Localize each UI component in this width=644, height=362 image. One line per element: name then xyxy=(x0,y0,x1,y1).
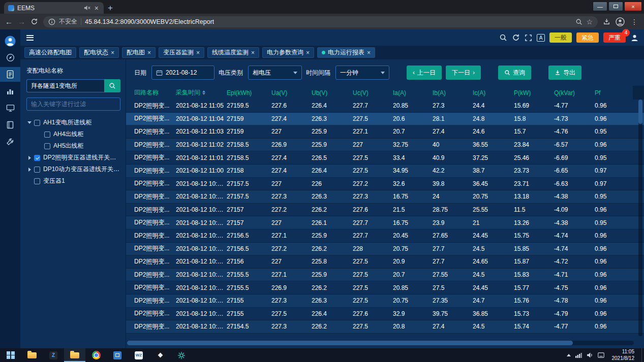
tree-item[interactable]: AH5出线柜 xyxy=(26,140,120,152)
vertical-scrollbar-thumb[interactable] xyxy=(638,100,642,124)
tree-item[interactable]: 变压器1 xyxy=(26,175,120,187)
tree-checkbox[interactable] xyxy=(34,178,40,184)
file-explorer-icon[interactable] xyxy=(21,348,43,362)
volume-icon[interactable] xyxy=(587,352,593,358)
tree-item-label[interactable]: AH5出线柜 xyxy=(53,142,83,150)
interval-select[interactable]: 一分钟 xyxy=(335,65,389,80)
language-icon[interactable]: A xyxy=(537,34,545,42)
tree-checkbox[interactable] xyxy=(44,131,50,138)
table-row[interactable]: DP2照明变...2021-08-12 10:5827157.5227.3226… xyxy=(126,190,644,204)
tree-item[interactable]: DP2照明变压器进线开关及控制室 xyxy=(26,152,120,163)
workspace-tab[interactable]: 电力参数查询× xyxy=(262,47,314,58)
vertical-scrollbar[interactable] xyxy=(638,100,642,336)
workspace-tab[interactable]: 高速公路配电图 xyxy=(24,47,76,58)
show-desktop-button[interactable] xyxy=(641,348,644,362)
alert-critical-button[interactable]: 严重 4 xyxy=(603,32,626,43)
table-row[interactable]: DP2照明变...2021-08-12 10:5327156227225.822… xyxy=(126,255,644,269)
tree-filter-input[interactable] xyxy=(26,97,120,111)
open-folder-icon[interactable] xyxy=(64,348,85,362)
table-row[interactable]: DP2照明变...2021-08-12 10:4927155227.5226.4… xyxy=(126,308,644,321)
table-row[interactable]: DP2照明变...2021-08-12 11:0327159227225.922… xyxy=(126,125,644,139)
tab-close-icon[interactable]: × xyxy=(251,50,255,56)
workspace-tab[interactable]: 电力运行报表× xyxy=(317,47,375,58)
back-button[interactable]: ← xyxy=(5,18,13,25)
tree-item[interactable]: DP10动力变压器进线开关及控制室 xyxy=(26,163,120,175)
column-header[interactable]: Ub(V) xyxy=(312,89,353,96)
query-button[interactable]: 查询 xyxy=(498,65,531,80)
horizontal-scrollbar-thumb[interactable] xyxy=(127,341,573,345)
tray-expand-icon[interactable] xyxy=(567,354,571,356)
column-header[interactable]: Ib(A) xyxy=(433,89,473,96)
next-day-button[interactable]: 下一日 › xyxy=(446,65,481,80)
workspace-tab[interactable]: 配电图× xyxy=(122,47,156,58)
tree-checkbox[interactable] xyxy=(34,155,40,161)
column-header[interactable]: Ic(A) xyxy=(473,89,514,96)
tab-close-icon[interactable]: × xyxy=(111,50,114,56)
table-row[interactable]: DP2照明变...2021-08-12 10:5927157.522722622… xyxy=(126,178,644,191)
tree-item-label[interactable]: AH1变电所进线柜 xyxy=(43,118,91,127)
user-avatar-icon[interactable] xyxy=(0,34,20,48)
table-row[interactable]: DP2照明变...2021-08-12 10:4827154.5227.3226… xyxy=(126,320,644,334)
column-header[interactable]: 回路名称 xyxy=(134,88,176,97)
fullscreen-icon[interactable] xyxy=(525,34,532,42)
table-row[interactable]: DP2照明变...2021-08-12 10:5427156.5227.2226… xyxy=(126,243,644,256)
dark-app-icon[interactable] xyxy=(149,348,171,362)
tree-expander-icon[interactable] xyxy=(26,155,33,161)
start-button[interactable] xyxy=(0,348,21,362)
workspace-tab[interactable]: 线缆温度监测× xyxy=(207,47,259,58)
tree-checkbox[interactable] xyxy=(34,167,40,173)
tree-item-label[interactable]: DP10动力变压器进线开关及控制室 xyxy=(43,165,120,174)
tree-item-label[interactable]: 变压器1 xyxy=(43,177,65,185)
user-icon[interactable] xyxy=(630,34,639,42)
report-icon[interactable] xyxy=(0,67,20,82)
bar-chart-icon[interactable] xyxy=(0,84,20,98)
tree-expander-icon[interactable] xyxy=(26,120,33,126)
tab-audio-muted-icon[interactable] xyxy=(84,5,90,11)
tab-close-icon[interactable]: × xyxy=(196,50,200,56)
profile-avatar-icon[interactable] xyxy=(616,17,625,26)
browser-tab[interactable]: EEMS × xyxy=(4,2,104,14)
table-row[interactable]: DP2照明变...2021-08-12 10:5027155227.3226.3… xyxy=(126,294,644,308)
voltage-type-select[interactable]: 相电压 xyxy=(248,65,302,80)
settings-gear-icon[interactable] xyxy=(171,348,192,362)
sort-descending-icon[interactable] xyxy=(202,93,205,95)
tree-checkbox[interactable] xyxy=(44,143,50,149)
tools-icon[interactable] xyxy=(0,134,20,149)
tree-item[interactable]: AH4出线柜 xyxy=(26,128,120,140)
input-method-icon[interactable] xyxy=(598,352,604,358)
tab-close-icon[interactable]: × xyxy=(94,5,100,12)
column-header[interactable]: Ia(A) xyxy=(393,89,433,96)
table-row[interactable]: DP2照明变...2021-08-12 10:5527156.5227.1225… xyxy=(126,229,644,243)
window-close-button[interactable]: × xyxy=(624,2,642,11)
url-text[interactable]: 45.84.134.2:8090/3000WEBV2/ElectricRepor… xyxy=(85,18,214,25)
workspace-tab[interactable]: 变压器监测× xyxy=(159,47,204,58)
sort-ascending-icon[interactable] xyxy=(202,90,205,92)
tree-item[interactable]: AH1变电所进线柜 xyxy=(26,117,120,128)
wz-app-icon[interactable]: WZ xyxy=(128,348,149,362)
table-row[interactable]: DP2照明变...2021-08-12 11:0527159.5227.6226… xyxy=(126,100,644,113)
column-header[interactable]: P(kW) xyxy=(514,89,554,96)
tab-close-icon[interactable]: × xyxy=(147,50,151,56)
table-row[interactable]: DP2照明变...2021-08-12 10:5227155.5227.1225… xyxy=(126,269,644,282)
column-header[interactable]: Uc(V) xyxy=(353,89,393,96)
workspace-tab[interactable]: 配电状态× xyxy=(79,47,119,58)
station-search-input[interactable] xyxy=(26,79,104,92)
column-header[interactable]: Epi(kWh) xyxy=(227,89,271,96)
security-label[interactable]: 不安全 xyxy=(59,17,77,26)
tree-checkbox[interactable] xyxy=(34,120,40,126)
blue-window-app-icon[interactable] xyxy=(107,348,128,362)
forward-button[interactable]: → xyxy=(18,18,25,25)
alert-urgent-button[interactable]: 紧急 xyxy=(576,32,599,43)
bookmark-star-icon[interactable]: ☆ xyxy=(586,18,593,26)
menu-toggle-icon[interactable] xyxy=(26,35,34,41)
prev-day-button[interactable]: ‹ 上一日 xyxy=(407,65,442,80)
alert-general-button[interactable]: 一般 xyxy=(549,32,572,43)
table-row[interactable]: DP2照明变...2021-08-12 11:0027158227.4226.4… xyxy=(126,164,644,178)
book-icon[interactable] xyxy=(0,117,20,132)
address-bar[interactable]: 不安全 45.84.134.2:8090/3000WEBV2/ElectricR… xyxy=(43,16,598,27)
table-row[interactable]: DP2照明变...2021-08-12 11:0227158.5226.9225… xyxy=(126,139,644,152)
table-row[interactable]: DP2照明变...2021-08-12 10:5127155.5226.9226… xyxy=(126,281,644,294)
table-row[interactable]: DP2照明变...2021-08-12 10:5627157227226.122… xyxy=(126,216,644,229)
tree-item-label[interactable]: AH4出线柜 xyxy=(53,130,83,139)
tree-expander-icon[interactable] xyxy=(26,167,33,173)
